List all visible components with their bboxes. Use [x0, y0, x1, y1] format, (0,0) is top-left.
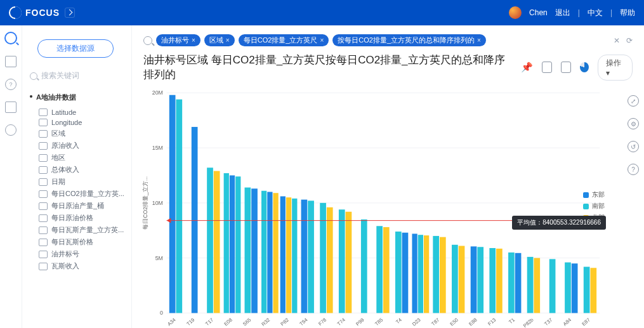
field-item[interactable]: 原油收入 [25, 140, 126, 152]
bar-chart[interactable]: 05M10M15M20M每日CO2排量_立方...A34T19T17E08S65… [138, 87, 606, 328]
field-label: 每日原油价格 [51, 213, 93, 223]
field-type-icon [39, 130, 48, 138]
user-name[interactable]: Chen [529, 8, 548, 17]
query-bar: 油井标号×区域×每日CO2排量_立方英尺×按每日CO2排量_立方英尺的总和降序排… [132, 25, 644, 51]
sidebar: 选择数据源 搜索关键词 A地油井数据 LatitudeLongitude区域原油… [22, 25, 132, 328]
top-right: Chen 退出 | 中文 | 帮助 [509, 6, 635, 19]
field-item[interactable]: 每日原油产量_桶 [25, 200, 126, 212]
field-item[interactable]: Longitude [25, 117, 126, 128]
chip-remove-icon[interactable]: × [226, 37, 230, 44]
legend-swatch-east [583, 192, 589, 198]
field-item[interactable]: 油井标号 [25, 248, 126, 260]
svg-rect-23 [245, 188, 251, 313]
separator: | [578, 8, 580, 17]
svg-text:P82: P82 [279, 317, 289, 327]
field-item[interactable]: 区域 [25, 128, 126, 140]
svg-text:5M: 5M [155, 255, 163, 261]
lang-link[interactable]: 中文 [588, 8, 603, 18]
svg-rect-16 [207, 167, 213, 313]
clear-query-icon[interactable]: ✕ [614, 36, 620, 45]
field-item[interactable]: 日期 [25, 176, 126, 188]
field-label: Longitude [51, 119, 82, 126]
svg-text:T17: T17 [204, 317, 214, 327]
field-label: 地区 [51, 153, 65, 162]
svg-text:F78: F78 [317, 317, 327, 327]
svg-rect-19 [224, 173, 229, 313]
field-type-icon [39, 142, 48, 150]
svg-text:A34: A34 [166, 317, 177, 327]
field-item[interactable]: 每日瓦斯产量_立方英... [25, 224, 126, 236]
field-item[interactable]: 每日原油价格 [25, 212, 126, 224]
query-chip[interactable]: 油井标号× [156, 34, 200, 46]
svg-rect-56 [440, 237, 446, 313]
config-icon[interactable]: ⚙ [628, 118, 639, 129]
logout-link[interactable]: 退出 [555, 8, 570, 18]
field-label: 区域 [51, 129, 65, 138]
help-icon[interactable]: ? [5, 79, 16, 90]
field-item[interactable]: 每日瓦斯价格 [25, 236, 126, 248]
field-item[interactable]: 总体收入 [25, 164, 126, 176]
info-icon[interactable]: ? [628, 164, 639, 175]
svg-text:0: 0 [160, 310, 163, 316]
query-actions: ✕ ⟳ [614, 36, 633, 45]
legend-swatch-south [583, 204, 589, 209]
edit-icon[interactable] [65, 8, 75, 18]
field-item[interactable]: Latitude [25, 107, 126, 117]
svg-rect-75 [565, 263, 571, 313]
svg-text:每日CO2排量_立方...: 每日CO2排量_立方... [142, 176, 148, 230]
title-bar: 油井标号区域 每日CO2排量_立方英尺按每日CO2排量_立方英尺的总和降序排列的… [132, 51, 644, 87]
svg-text:S65: S65 [242, 317, 252, 327]
settings-icon[interactable] [5, 124, 16, 136]
svg-rect-17 [214, 171, 220, 313]
svg-text:E50: E50 [449, 317, 459, 327]
svg-rect-59 [459, 246, 465, 313]
search-icon [30, 72, 37, 80]
field-item[interactable]: 每日CO2排量_立方英... [25, 188, 126, 200]
search-icon[interactable] [143, 36, 152, 45]
right-toolbar: ⤢ ⚙ ↺ ? [628, 95, 639, 175]
help-link[interactable]: 帮助 [620, 8, 635, 18]
svg-rect-24 [251, 188, 258, 313]
axis-tool-icon[interactable]: ⤢ [628, 95, 639, 107]
svg-rect-76 [572, 263, 578, 313]
query-chip[interactable]: 区域× [204, 34, 235, 46]
query-chip[interactable]: 每日CO2排量_立方英尺× [239, 34, 329, 46]
svg-text:E08: E08 [223, 317, 233, 327]
operations-dropdown[interactable]: 操作 ▾ [598, 55, 633, 81]
chart-type-icon[interactable] [580, 62, 589, 72]
select-datasource-button[interactable]: 选择数据源 [37, 39, 114, 58]
svg-text:T37: T37 [543, 317, 553, 327]
query-chip[interactable]: 按每日CO2排量_立方英尺的总和降序排列的× [332, 34, 486, 46]
pin-icon[interactable]: 📌 [521, 62, 533, 73]
svg-rect-11 [169, 95, 176, 313]
svg-rect-31 [286, 197, 291, 313]
chip-remove-icon[interactable]: × [192, 37, 195, 44]
table-view-icon[interactable] [561, 62, 571, 73]
field-label: 每日瓦斯价格 [51, 237, 93, 247]
search-icon[interactable] [4, 32, 17, 44]
dashboard-icon[interactable] [5, 56, 16, 67]
svg-rect-51 [412, 233, 417, 313]
field-item[interactable]: 地区 [25, 152, 126, 164]
data-icon[interactable] [5, 102, 16, 113]
refresh-icon[interactable]: ⟳ [626, 36, 633, 45]
svg-text:T94: T94 [298, 317, 309, 327]
svg-text:E87: E87 [581, 317, 591, 327]
chip-remove-icon[interactable]: × [477, 37, 481, 44]
keyword-search[interactable]: 搜索关键词 [25, 68, 126, 88]
field-type-icon [39, 263, 48, 270]
separator: | [610, 8, 612, 17]
field-label: 油井标号 [51, 249, 79, 259]
svg-rect-79 [590, 268, 596, 313]
field-label: 瓦斯收入 [51, 261, 79, 271]
avatar[interactable] [509, 6, 522, 19]
query-chips: 油井标号×区域×每日CO2排量_立方英尺×按每日CO2排量_立方英尺的总和降序排… [156, 34, 486, 46]
field-type-icon [39, 214, 48, 222]
field-item[interactable]: 瓦斯收入 [25, 260, 126, 272]
dataset-title[interactable]: A地油井数据 [25, 88, 126, 107]
average-tooltip: 平均值：8400553.322916666 [512, 216, 606, 230]
field-type-icon [39, 108, 48, 116]
settings-icon[interactable] [542, 62, 552, 73]
reset-icon[interactable]: ↺ [628, 141, 639, 152]
chip-remove-icon[interactable]: × [320, 37, 324, 44]
